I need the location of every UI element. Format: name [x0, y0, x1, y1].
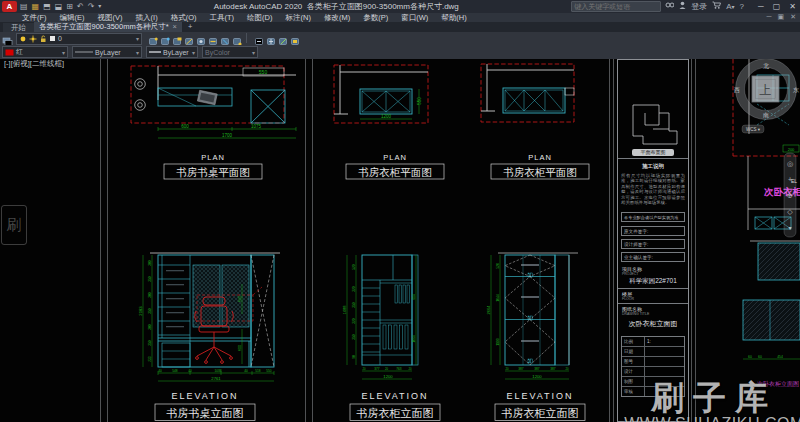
- new-file-icon[interactable]: ▤: [20, 1, 28, 12]
- svg-text:1075: 1075: [251, 124, 262, 129]
- viewport-controls[interactable]: [-][俯视][二维线框]: [4, 59, 64, 69]
- layer-lock-icon[interactable]: [39, 35, 47, 43]
- app-store-cart-icon[interactable]: [712, 1, 721, 12]
- full-nav-wheel-icon[interactable]: ◎: [787, 160, 793, 167]
- document-window-controls: ─ ▣ ✕: [767, 13, 796, 21]
- orbit-icon[interactable]: ◇: [787, 208, 793, 215]
- svg-text:550: 550: [266, 369, 272, 373]
- open-file-icon[interactable]: ▦: [32, 1, 40, 12]
- layer-tool-icon[interactable]: [232, 33, 243, 44]
- plan3-wardrobe: [503, 88, 565, 113]
- layer-tool-icon[interactable]: [184, 33, 195, 44]
- layer-on-bulb-icon[interactable]: [19, 35, 27, 43]
- menu-draw[interactable]: 绘图(D): [247, 13, 272, 23]
- plan1-drawing: 550 600 1075 1700 PLAN 书房书桌平面图: [131, 66, 296, 179]
- layer-tool-icon[interactable]: [196, 33, 207, 44]
- svg-text:次卧衣柜立面图: 次卧衣柜立面图: [757, 380, 799, 388]
- user-icon[interactable]: [679, 1, 686, 12]
- chevron-down-icon[interactable]: ▾: [136, 49, 139, 56]
- navigation-bar[interactable]: ◎ + ⊕ ◇ ▾: [784, 153, 796, 237]
- menu-view[interactable]: 视图(V): [98, 13, 123, 23]
- search-input[interactable]: [572, 2, 664, 11]
- lineweight-dropdown[interactable]: ByLayer ▾: [146, 46, 198, 58]
- tab-start[interactable]: 开始: [3, 23, 34, 32]
- new-tab-button[interactable]: +: [182, 22, 198, 32]
- viewcube-south[interactable]: 南: [763, 112, 769, 118]
- doc-restore-button[interactable]: ▣: [778, 13, 785, 21]
- menu-insert[interactable]: 插入(I): [136, 13, 158, 23]
- menu-format[interactable]: 格式(O): [171, 13, 197, 23]
- viewcube-west[interactable]: 西: [734, 87, 740, 94]
- help-icon[interactable]: ?: [740, 1, 744, 12]
- layer-tool-icon[interactable]: [266, 33, 277, 44]
- sign-in-label[interactable]: 登录: [691, 1, 707, 12]
- viewcube[interactable]: 上 北 西 南 东 WCS ▾: [734, 59, 799, 133]
- menu-help[interactable]: 帮助(H): [441, 13, 466, 23]
- tab-active-drawing[interactable]: 各类柜子立面图900-3500mm各种尺寸* ×: [34, 22, 182, 32]
- svg-text:20: 20: [565, 367, 569, 371]
- viewcube-north[interactable]: 北: [763, 62, 769, 70]
- autocad-logo-icon[interactable]: A: [2, 1, 17, 12]
- table-row: 图号: [622, 356, 684, 366]
- menu-modify[interactable]: 修改(M): [324, 13, 350, 23]
- doc-minimize-button[interactable]: ─: [767, 13, 772, 21]
- menu-dimension[interactable]: 标注(N): [286, 13, 311, 23]
- notes-title: 施工说明: [618, 163, 688, 170]
- chevron-down-icon[interactable]: ▾: [136, 35, 139, 42]
- layer-tool-icon[interactable]: [254, 33, 265, 44]
- search-icon[interactable]: [665, 1, 674, 12]
- drawing-title-value: 次卧衣柜立面图: [618, 319, 688, 329]
- linetype-dropdown[interactable]: ByLayer ▾: [72, 46, 142, 58]
- table-row: 审核: [622, 386, 684, 396]
- layer-properties-icon[interactable]: [2, 33, 13, 44]
- redo-icon[interactable]: ↷: [88, 1, 95, 12]
- restore-button[interactable]: ▢: [773, 1, 781, 12]
- color-dropdown[interactable]: 红 ▾: [2, 46, 68, 58]
- menu-tools[interactable]: 工具(T): [210, 13, 235, 23]
- autodesk-apps-icon[interactable]: A▾: [726, 1, 734, 13]
- minimize-button[interactable]: ─: [758, 1, 764, 12]
- menu-parametric[interactable]: 参数(P): [363, 13, 388, 23]
- close-button[interactable]: ✕: [789, 1, 796, 12]
- menu-file[interactable]: 文件(F): [22, 13, 47, 23]
- svg-text:614: 614: [412, 294, 416, 300]
- layer-tool-icon[interactable]: [290, 33, 301, 44]
- svg-text:200: 200: [788, 147, 795, 152]
- layer-tool-icon[interactable]: [148, 33, 159, 44]
- notes-body: 所有尺寸均以现场实际测量为准，施工前请仔细核对图纸。家具制作尺寸、造型及材质如有…: [618, 172, 688, 206]
- svg-text:1488: 1488: [342, 305, 347, 315]
- svg-text:550: 550: [259, 69, 268, 75]
- save-as-icon[interactable]: ⬓: [55, 1, 63, 12]
- plan1-dims: 550 600 1075 1700: [158, 69, 296, 138]
- menu-window[interactable]: 窗口(W): [401, 13, 428, 23]
- layer-freeze-sun-icon[interactable]: [29, 35, 37, 43]
- svg-text:690: 690: [238, 296, 242, 302]
- menu-edit[interactable]: 编辑(E): [60, 13, 85, 23]
- navbar-more-icon[interactable]: ▾: [788, 225, 791, 231]
- pan-icon[interactable]: +: [788, 176, 792, 183]
- layer-tool-icon[interactable]: [160, 33, 171, 44]
- viewcube-top-face[interactable]: 上: [760, 83, 772, 97]
- layer-tool-icon[interactable]: [220, 33, 231, 44]
- layer-tool-icon[interactable]: [208, 33, 219, 44]
- viewcube-east[interactable]: 东: [793, 86, 799, 93]
- svg-text:350: 350: [148, 308, 152, 314]
- tab-close-icon[interactable]: ×: [173, 22, 177, 32]
- layer-tool-icon[interactable]: [278, 33, 289, 44]
- save-icon[interactable]: ⬒: [43, 1, 51, 12]
- undo-icon[interactable]: ↶: [77, 1, 84, 12]
- layer-dropdown[interactable]: 0 ▾: [16, 33, 142, 45]
- svg-text:320: 320: [352, 318, 356, 324]
- plan3-name: 书房衣柜平面图: [503, 166, 577, 178]
- shelf-label-smudges: [166, 270, 184, 327]
- chevron-down-icon[interactable]: ▾: [62, 49, 65, 56]
- zoom-icon[interactable]: ⊕: [787, 192, 793, 199]
- help-search-field[interactable]: [571, 1, 661, 12]
- watermark-seal: 刷: [1, 205, 27, 245]
- layer-color-swatch[interactable]: [49, 35, 56, 42]
- chevron-down-icon[interactable]: ▾: [192, 49, 195, 56]
- viewcube-wcs-menu[interactable]: WCS ▾: [746, 127, 761, 132]
- layer-tool-icon[interactable]: [172, 33, 183, 44]
- doc-close-button[interactable]: ✕: [790, 13, 796, 21]
- plot-icon[interactable]: ⊞: [66, 1, 73, 12]
